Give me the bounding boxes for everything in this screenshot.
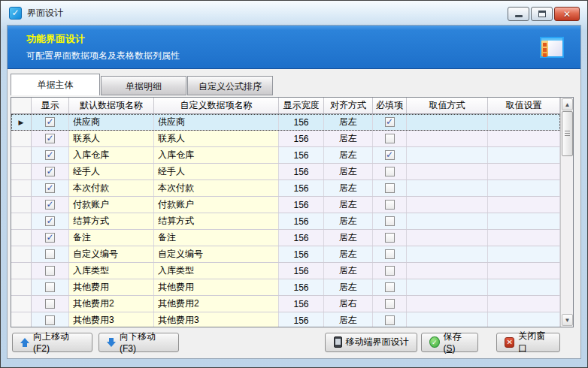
show-checkbox[interactable]: [45, 233, 55, 243]
required-checkbox[interactable]: [385, 282, 395, 292]
vertical-scrollbar[interactable]: ▲ ▼: [560, 98, 573, 327]
table-row[interactable]: ▶ 本次付款 本次付款 156 居左: [11, 180, 560, 197]
align-cell[interactable]: 居右: [324, 296, 373, 312]
required-checkbox[interactable]: [385, 167, 395, 176]
required-checkbox[interactable]: [385, 266, 395, 276]
display-width-cell[interactable]: 156: [279, 312, 324, 327]
table-row[interactable]: ▶ 其他费用2 其他费用2 156 居右: [11, 296, 560, 312]
value-setting-cell[interactable]: [488, 197, 560, 213]
custom-name-cell[interactable]: 联系人: [154, 131, 279, 146]
show-checkbox[interactable]: [45, 216, 55, 226]
move-down-button[interactable]: 向下移动(F3): [99, 333, 179, 352]
col-header-align[interactable]: 对齐方式: [324, 98, 373, 113]
default-name-cell[interactable]: 结算方式: [69, 213, 154, 229]
show-cell[interactable]: [32, 213, 69, 229]
required-cell[interactable]: [373, 312, 407, 327]
table-row[interactable]: ▶ 入库仓库 入库仓库 156 居左: [11, 147, 560, 164]
tab-3[interactable]: 自定义公式排序: [187, 76, 273, 95]
align-cell[interactable]: 居左: [324, 114, 373, 130]
table-row[interactable]: ▶ 自定义编号 自定义编号 156 居左: [11, 246, 560, 263]
show-cell[interactable]: [32, 296, 69, 312]
show-cell[interactable]: [32, 279, 69, 295]
value-method-cell[interactable]: [407, 279, 488, 295]
close-button[interactable]: ✕: [554, 7, 580, 21]
value-method-cell[interactable]: [407, 164, 488, 179]
required-checkbox[interactable]: [385, 315, 395, 325]
display-width-cell[interactable]: 156: [279, 180, 324, 196]
show-checkbox[interactable]: [45, 167, 55, 176]
show-checkbox[interactable]: [45, 150, 55, 160]
show-checkbox[interactable]: [45, 266, 55, 276]
value-setting-cell[interactable]: [488, 263, 560, 279]
show-cell[interactable]: [32, 131, 69, 146]
default-name-cell[interactable]: 其他费用: [69, 279, 154, 295]
show-checkbox[interactable]: [45, 183, 55, 193]
custom-name-cell[interactable]: 其他费用: [154, 279, 279, 295]
show-cell[interactable]: [32, 147, 69, 163]
minimize-button[interactable]: [508, 7, 529, 21]
value-method-cell[interactable]: [407, 147, 488, 163]
display-width-cell[interactable]: 156: [279, 296, 324, 312]
table-row[interactable]: ▶ 联系人 联系人 156 居左: [11, 131, 560, 147]
table-row[interactable]: ▶ 结算方式 结算方式 156 居左: [11, 213, 560, 230]
col-header-value-setting[interactable]: 取值设置: [488, 98, 560, 113]
required-cell[interactable]: [373, 296, 407, 312]
align-cell[interactable]: 居左: [324, 312, 373, 327]
align-cell[interactable]: 居左: [324, 279, 373, 295]
value-setting-cell[interactable]: [488, 296, 560, 312]
value-setting-cell[interactable]: [488, 213, 560, 229]
show-checkbox[interactable]: [45, 117, 55, 127]
display-width-cell[interactable]: 156: [279, 164, 324, 179]
value-setting-cell[interactable]: [488, 114, 560, 130]
custom-name-cell[interactable]: 入库类型: [154, 263, 279, 279]
required-checkbox[interactable]: [385, 150, 395, 160]
align-cell[interactable]: 居左: [324, 131, 373, 146]
required-checkbox[interactable]: [385, 134, 395, 143]
col-header-value-method[interactable]: 取值方式: [407, 98, 488, 113]
display-width-cell[interactable]: 156: [279, 230, 324, 246]
value-setting-cell[interactable]: [488, 180, 560, 196]
align-cell[interactable]: 居左: [324, 230, 373, 246]
required-cell[interactable]: [373, 263, 407, 279]
col-header-custom-name[interactable]: 自定义数据项名称: [154, 98, 279, 113]
display-width-cell[interactable]: 156: [279, 114, 324, 130]
show-cell[interactable]: [32, 197, 69, 213]
custom-name-cell[interactable]: 本次付款: [154, 180, 279, 196]
display-width-cell[interactable]: 156: [279, 263, 324, 279]
show-cell[interactable]: [32, 230, 69, 246]
show-checkbox[interactable]: [45, 249, 55, 259]
table-row[interactable]: ▶ 入库类型 入库类型 156 居左: [11, 263, 560, 279]
col-header-required[interactable]: 必填项: [373, 98, 407, 113]
value-setting-cell[interactable]: [488, 312, 560, 327]
display-width-cell[interactable]: 156: [279, 131, 324, 146]
value-method-cell[interactable]: [407, 263, 488, 279]
table-row[interactable]: ▶ 其他费用 其他费用 156 居左: [11, 279, 560, 296]
default-name-cell[interactable]: 经手人: [69, 164, 154, 179]
required-cell[interactable]: [373, 180, 407, 196]
align-cell[interactable]: 居左: [324, 213, 373, 229]
move-up-button[interactable]: 向上移动(F2): [12, 333, 92, 352]
display-width-cell[interactable]: 156: [279, 246, 324, 262]
value-method-cell[interactable]: [407, 230, 488, 246]
default-name-cell[interactable]: 备注: [69, 230, 154, 246]
show-checkbox[interactable]: [45, 134, 55, 143]
required-cell[interactable]: [373, 197, 407, 213]
display-width-cell[interactable]: 156: [279, 147, 324, 163]
required-cell[interactable]: [373, 131, 407, 146]
show-checkbox[interactable]: [45, 315, 55, 325]
default-name-cell[interactable]: 供应商: [69, 114, 154, 130]
show-checkbox[interactable]: [45, 282, 55, 292]
required-checkbox[interactable]: [385, 200, 395, 210]
value-method-cell[interactable]: [407, 312, 488, 327]
required-cell[interactable]: [373, 246, 407, 262]
show-cell[interactable]: [32, 246, 69, 262]
custom-name-cell[interactable]: 自定义编号: [154, 246, 279, 262]
display-width-cell[interactable]: 156: [279, 197, 324, 213]
align-cell[interactable]: 居左: [324, 263, 373, 279]
maximize-button[interactable]: [531, 7, 553, 21]
show-cell[interactable]: [32, 263, 69, 279]
table-row[interactable]: ▶ 供应商 供应商 156 居左: [11, 114, 560, 131]
scroll-down-icon[interactable]: ▼: [562, 314, 573, 326]
align-cell[interactable]: 居左: [324, 147, 373, 163]
col-header-show[interactable]: 显示: [32, 98, 69, 113]
